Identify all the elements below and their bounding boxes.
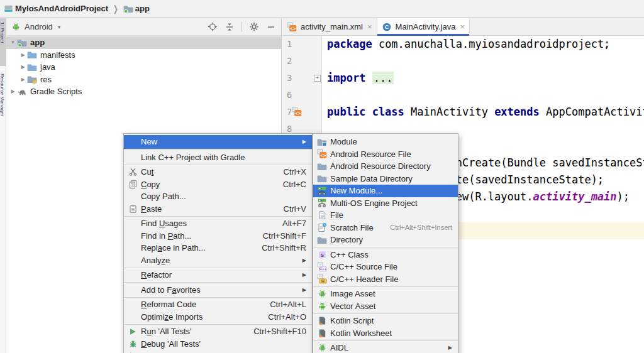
- menu-item-directory[interactable]: Directory: [313, 234, 458, 246]
- menu-item-copy-path[interactable]: Copy Path...: [124, 190, 312, 203]
- hide-icon[interactable]: [266, 22, 276, 32]
- menu-item-label: Cut: [141, 167, 153, 176]
- project-view-selector[interactable]: Android ▾: [11, 22, 60, 32]
- breadcrumb-app[interactable]: app: [135, 4, 150, 13]
- menu-item-label: Replace in Path...: [141, 243, 206, 253]
- menu-item-new-module[interactable]: New Module...: [313, 185, 458, 197]
- tree-item-app[interactable]: ▼app: [6, 36, 281, 49]
- folder-app-icon: [123, 4, 133, 14]
- collapse-all-icon[interactable]: [225, 22, 235, 32]
- code-segment: onCreate(Bundle savedInstanceState) {: [449, 156, 644, 169]
- menu-item-multi-os-engine-project[interactable]: Multi-OS Engine Project: [313, 197, 458, 210]
- menu-item-find-in-path[interactable]: Find in Path...Ctrl+Shift+F: [124, 230, 312, 242]
- menu-item-c-class[interactable]: SC++ Class: [313, 249, 458, 261]
- copy-icon: [127, 179, 138, 189]
- chevron-expanded-icon[interactable]: ▼: [9, 40, 17, 45]
- code-segment: com.anuchalla.myiosandadroidproject;: [379, 38, 610, 50]
- menu-item-android-resource-file[interactable]: <>Android Resource File: [313, 148, 458, 161]
- tree-item-manifests[interactable]: ▶manifests: [6, 49, 281, 62]
- menu-item-add-to-favorites[interactable]: Add to Favorites▶: [124, 284, 312, 296]
- breadcrumb-project[interactable]: MylosAndAdroidProject: [15, 4, 108, 13]
- chevron-collapsed-icon[interactable]: ▶: [19, 52, 27, 58]
- menu-item-run-all-tests-with-coverage[interactable]: Run 'All Tests' with Coverage: [124, 350, 312, 353]
- menu-item-aidl[interactable]: AIDL▶: [313, 342, 458, 353]
- menu-item-find-usages[interactable]: Find UsagesAlt+F7: [124, 217, 312, 230]
- menu-item-icon-slot: [127, 255, 138, 265]
- tab-mainactivity-java[interactable]: CMainActivity.java×: [377, 18, 470, 35]
- menu-item-icon-slot: [127, 312, 138, 322]
- tab-activity-main-xml[interactable]: <>activity_main.xml×: [282, 18, 377, 35]
- code-text: import ...: [322, 70, 644, 87]
- menu-item-c-c-header-file[interactable]: HC/C++ Header File: [313, 273, 458, 286]
- tree-item-res[interactable]: ▶res: [6, 73, 281, 86]
- menu-item-shortcut: Ctrl+Alt+L: [270, 300, 306, 309]
- tree-item-label: Gradle Scripts: [30, 87, 82, 96]
- svg-text:<>: <>: [290, 25, 296, 31]
- menu-item-debug-all-tests[interactable]: Debug 'All Tests': [124, 338, 312, 350]
- menu-item-sample-data-directory[interactable]: Sample Data Directory: [313, 173, 458, 185]
- menu-item-paste[interactable]: PasteCtrl+V: [124, 203, 312, 215]
- settings-icon[interactable]: [249, 22, 259, 32]
- line-number: 3: [287, 73, 292, 83]
- menu-item-label: Paste: [141, 204, 162, 214]
- submenu-arrow-icon: ▶: [448, 345, 452, 350]
- chevron-collapsed-icon[interactable]: ▶: [19, 64, 27, 70]
- menu-item-replace-in-path[interactable]: Replace in Path...Ctrl+Shift+R: [124, 242, 312, 254]
- menu-item-cut[interactable]: CutCtrl+X: [124, 166, 312, 178]
- tool-window-button-project[interactable]: 1: Project: [0, 18, 6, 66]
- menu-item-label: New Module...: [330, 186, 382, 195]
- menu-item-icon-slot: [127, 231, 138, 241]
- close-icon[interactable]: ×: [367, 22, 372, 31]
- tree-item-java[interactable]: ▶java: [6, 61, 281, 73]
- tree-item-label: app: [30, 38, 45, 47]
- layout-xml-icon: <>: [287, 22, 297, 32]
- menu-item-icon-slot: [127, 219, 138, 229]
- menu-item-c-c-source-file[interactable]: C++C/C++ Source File: [313, 261, 458, 273]
- menu-item-label: New: [141, 137, 157, 146]
- menu-item-android-resource-directory[interactable]: Android Resource Directory: [313, 160, 458, 173]
- menu-item-refactor[interactable]: Refactor▶: [124, 269, 312, 281]
- android-robot-icon: [316, 289, 328, 299]
- code-text: [322, 87, 644, 104]
- locate-icon[interactable]: [208, 22, 218, 32]
- menu-item-label: Scratch File: [330, 223, 374, 232]
- menu-item-file[interactable]: File: [313, 209, 458, 222]
- menu-item-scratch-file[interactable]: Scratch FileCtrl+Alt+Shift+Insert: [313, 222, 458, 234]
- code-text: public class MainActivity extends AppCom…: [322, 104, 644, 121]
- code-segment: package: [327, 38, 379, 50]
- menu-item-new[interactable]: New▶: [124, 135, 312, 149]
- code-line: 6: [282, 87, 644, 104]
- fold-toggle[interactable]: +: [314, 75, 321, 82]
- menu-item-shortcut: Ctrl+Shift+R: [262, 243, 306, 253]
- cut-icon: [127, 167, 138, 177]
- code-line: 2: [282, 53, 644, 70]
- close-icon[interactable]: ×: [460, 22, 465, 31]
- chevron-collapsed-icon[interactable]: ▶: [19, 77, 27, 82]
- menu-item-copy[interactable]: CopyCtrl+C: [124, 178, 312, 191]
- code-segment: extends: [494, 106, 546, 118]
- menu-item-analyze[interactable]: Analyze▶: [124, 254, 312, 267]
- folder-app-icon: [17, 38, 27, 48]
- chevron-collapsed-icon[interactable]: ▶: [9, 89, 17, 94]
- menu-item-label: File: [330, 210, 343, 220]
- menu-item-module[interactable]: Module: [313, 136, 458, 148]
- tree-item-gradle-scripts[interactable]: ▶Gradle Scripts: [6, 85, 281, 98]
- scratch-file-icon: [316, 222, 328, 232]
- menu-item-optimize-imports[interactable]: Optimize ImportsCtrl+Alt+O: [124, 311, 312, 323]
- related-layout-gutter-icon[interactable]: <>: [292, 107, 302, 117]
- menu-item-vector-asset[interactable]: Vector Asset: [313, 300, 458, 313]
- debug-icon: [127, 339, 138, 349]
- menu-item-kotlin-script[interactable]: Kotlin Script: [313, 315, 458, 327]
- menu-item-image-asset[interactable]: Image Asset: [313, 288, 458, 300]
- tool-window-button-resource-manager[interactable]: Resource Manager: [0, 73, 5, 116]
- menu-item-kotlin-worksheet[interactable]: Kotlin Worksheet: [313, 327, 458, 340]
- menu-item-run-all-tests[interactable]: Run 'All Tests'Ctrl+Shift+F10: [124, 325, 312, 338]
- menu-item-reformat-code[interactable]: Reformat CodeCtrl+Alt+L: [124, 298, 312, 311]
- code-segment: activity_main: [533, 190, 617, 203]
- menu-item-label: Add to Favorites: [141, 285, 201, 295]
- submenu-arrow-icon: ▶: [303, 272, 306, 278]
- folder-gray-icon: [316, 235, 328, 245]
- menu-item-link-c-project-with-gradle[interactable]: Link C++ Project with Gradle: [124, 151, 312, 164]
- breadcrumb: MylosAndAdroidProject ❯ app: [0, 0, 644, 18]
- chevron-down-icon: ▾: [58, 24, 61, 30]
